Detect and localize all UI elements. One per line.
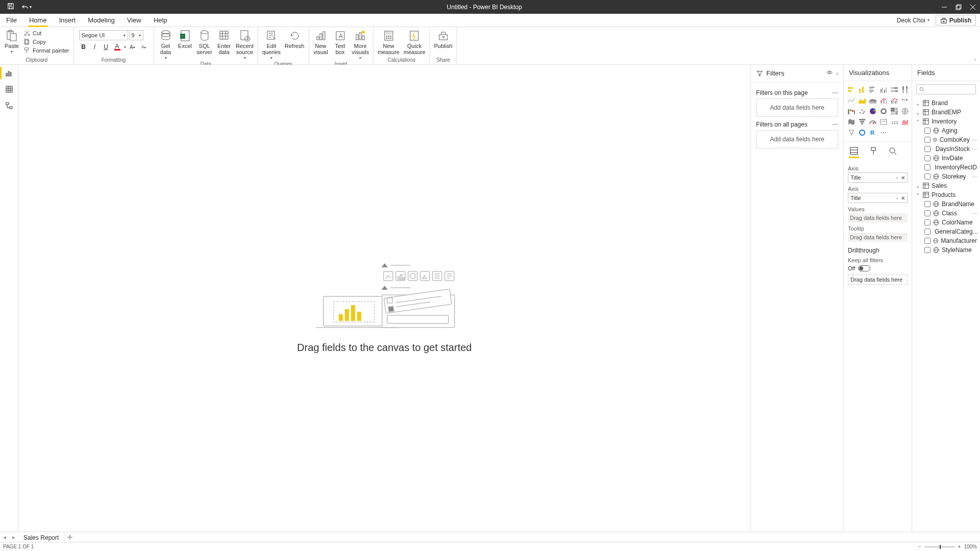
tab-home[interactable]: Home [23, 14, 53, 27]
field-manufacturer[interactable]: Manufacturer [915, 236, 977, 245]
quick-measure-button[interactable]: Quick measure [401, 28, 428, 55]
font-size-select[interactable]: 9▾ [129, 30, 143, 40]
paste-button[interactable]: Paste▾ [2, 28, 21, 55]
zoom-out[interactable]: − [918, 544, 921, 549]
viz-line-column[interactable] [879, 96, 888, 105]
viz-tooltip-dropzone[interactable]: Drag data fields here [848, 233, 908, 242]
viz-kpi[interactable] [900, 117, 910, 127]
viz-stacked-bar[interactable] [847, 85, 856, 94]
maximize-button[interactable] [951, 0, 966, 14]
zoom-in[interactable]: + [958, 544, 961, 549]
tab-file[interactable]: File [0, 14, 23, 27]
viz-funnel[interactable] [858, 117, 867, 127]
viz-stacked-area[interactable] [868, 96, 877, 105]
table-products[interactable]: ⌃Products [915, 190, 977, 199]
report-canvas-area[interactable]: Drag fields to the canvas to get started [18, 65, 750, 532]
viz-treemap[interactable] [890, 107, 899, 116]
field-colorname[interactable]: ColorName [915, 218, 977, 227]
viz-gauge[interactable] [868, 117, 877, 127]
viz-area[interactable] [858, 96, 867, 105]
viz-100-stacked-column[interactable] [900, 85, 910, 94]
field-aging[interactable]: Aging [915, 126, 977, 135]
report-page[interactable]: Drag fields to the canvas to get started [18, 65, 750, 532]
sql-server-button[interactable]: SQL server [195, 28, 215, 55]
viz-donut[interactable] [879, 107, 888, 116]
viz-pie[interactable] [868, 107, 877, 116]
viz-card[interactable] [879, 117, 888, 127]
viz-line-clustered-column[interactable] [890, 96, 899, 105]
italic-button[interactable]: I [90, 42, 99, 52]
viz-more[interactable]: ⋯ [879, 128, 888, 137]
viz-values-dropzone[interactable]: Drag data fields here [848, 213, 908, 222]
recent-sources-button[interactable]: Recent source▾ [234, 28, 256, 61]
get-data-button[interactable]: Get data▾ [156, 28, 175, 61]
field-combokey[interactable]: ComboKey⋯ [915, 135, 977, 144]
viz-fields-tab[interactable] [848, 145, 860, 157]
filters-collapse-icon[interactable]: › [836, 70, 838, 77]
fields-search[interactable] [916, 84, 976, 94]
table-brandemp[interactable]: ⌄BrandEMP [915, 108, 977, 117]
publish-button-top[interactable]: Publish [936, 15, 976, 26]
viz-multi-row-card[interactable]: 123 [890, 117, 899, 127]
filters-page-dropzone[interactable]: Add data fields here [756, 98, 838, 117]
shrink-font-button[interactable]: A▾ [139, 42, 148, 52]
page-add[interactable] [64, 532, 76, 542]
keep-filters-toggle[interactable]: Off [848, 265, 908, 271]
filters-visibility-icon[interactable] [826, 69, 833, 78]
zoom-slider[interactable] [924, 546, 955, 547]
field-stylename[interactable]: StyleName [915, 245, 977, 255]
user-menu[interactable]: Deok Choi▾ [892, 14, 935, 27]
publish-ribbon-button[interactable]: Publish [432, 28, 455, 49]
viz-clustered-column[interactable] [879, 85, 888, 94]
font-color-button[interactable]: A [113, 42, 122, 52]
table-brand[interactable]: ⌄Brand [915, 98, 977, 108]
close-button[interactable] [966, 0, 980, 14]
viz-line[interactable] [847, 96, 856, 105]
table-sales[interactable]: ⌄Sales [915, 181, 977, 190]
bold-button[interactable]: B [79, 42, 88, 52]
viz-clustered-bar[interactable] [868, 85, 877, 94]
tab-help[interactable]: Help [147, 14, 173, 27]
edit-queries-button[interactable]: Edit queries▾ [260, 28, 283, 61]
model-view-button[interactable] [0, 97, 18, 114]
report-view-button[interactable] [0, 65, 18, 81]
field-inventoryrecid[interactable]: InventoryRecID [915, 163, 977, 172]
viz-slicer[interactable] [847, 128, 856, 137]
refresh-button[interactable]: Refresh [283, 28, 307, 49]
viz-stacked-column[interactable] [858, 85, 867, 94]
viz-axis1-field[interactable]: Title⌄✕ [848, 172, 908, 183]
tab-insert[interactable]: Insert [53, 14, 82, 27]
enter-data-button[interactable]: Enter data [214, 28, 234, 55]
filters-all-more[interactable]: ⋯ [832, 121, 838, 128]
viz-table[interactable] [858, 128, 867, 137]
ribbon-collapse-icon[interactable]: ⌃ [973, 59, 977, 63]
page-prev[interactable]: ◂ [0, 532, 9, 542]
copy-button[interactable]: Copy [21, 38, 71, 46]
viz-ribbon[interactable] [900, 96, 910, 105]
font-name-select[interactable]: Segoe UI▾ [79, 30, 128, 40]
field-daysinstock[interactable]: DaysInStock⋯ [915, 144, 977, 154]
excel-button[interactable]: XExcel [175, 28, 195, 49]
format-painter-button[interactable]: Format painter [21, 46, 71, 55]
field-brandname[interactable]: BrandName [915, 199, 977, 209]
viz-matrix[interactable]: R [868, 128, 877, 137]
viz-map[interactable] [900, 107, 910, 116]
underline-button[interactable]: U [102, 42, 111, 52]
filters-page-more[interactable]: ⋯ [832, 89, 838, 96]
new-measure-button[interactable]: New measure [375, 28, 401, 55]
tab-view[interactable]: View [121, 14, 147, 27]
text-box-button[interactable]: AText box [331, 28, 350, 55]
page-next[interactable]: ▸ [9, 532, 18, 542]
viz-100-stacked-bar[interactable] [890, 85, 899, 94]
data-view-button[interactable] [0, 81, 18, 97]
field-storekey[interactable]: Storekey⋯ [915, 172, 977, 181]
viz-analytics-tab[interactable] [887, 145, 899, 157]
more-visuals-button[interactable]: More visuals▾ [350, 28, 371, 61]
viz-filled-map[interactable] [847, 117, 856, 127]
viz-waterfall[interactable] [847, 107, 856, 116]
filters-all-dropzone[interactable]: Add data fields here [756, 130, 838, 148]
grow-font-button[interactable]: A▴ [128, 42, 137, 52]
table-inventory[interactable]: ⌃Inventory [915, 117, 977, 126]
minimize-button[interactable] [937, 0, 951, 14]
viz-format-tab[interactable] [867, 145, 880, 157]
